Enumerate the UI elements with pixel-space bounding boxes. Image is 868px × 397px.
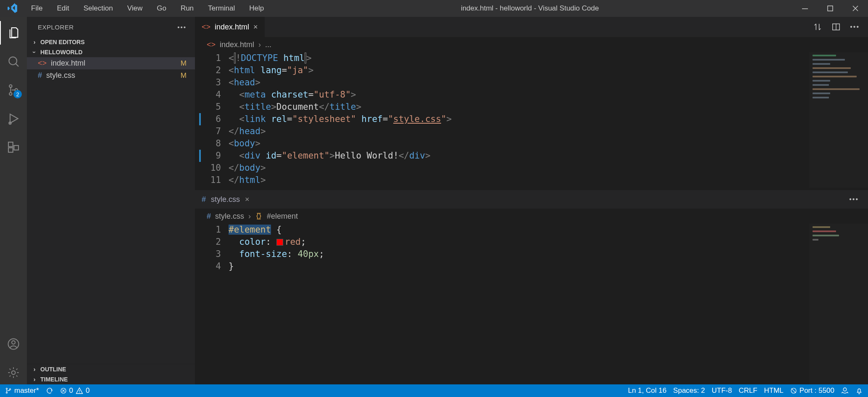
menu-bar: FileEditSelectionViewGoRunTerminalHelp xyxy=(25,3,267,14)
activity-search-icon[interactable] xyxy=(0,50,27,73)
editor2-tabbar: # style.css × ••• xyxy=(195,190,868,209)
vscode-logo-icon xyxy=(0,3,25,14)
menu-go[interactable]: Go xyxy=(153,3,170,14)
chevron-right-icon: › xyxy=(31,376,38,383)
git-status: M xyxy=(181,59,190,68)
outline-label: OUTLINE xyxy=(40,366,66,373)
branch-name: master* xyxy=(14,386,39,395)
scm-badge: 2 xyxy=(13,90,22,98)
svg-rect-7 xyxy=(8,142,13,147)
chevron-right-icon: › xyxy=(31,39,38,45)
section-open-editors[interactable]: › OPEN EDITORS xyxy=(27,37,195,47)
split-editor-icon[interactable] xyxy=(831,22,841,32)
title-bar: FileEditSelectionViewGoRunTerminalHelp i… xyxy=(0,0,868,17)
error-count: 0 xyxy=(69,386,73,395)
explorer-sidebar: EXPLORER ••• › OPEN EDITORS › HELLOWORLD… xyxy=(27,17,195,384)
code-editor-2[interactable]: 1234 #element { color: red; font-size: 4… xyxy=(195,224,868,384)
activity-account-icon[interactable] xyxy=(0,332,27,356)
editor-group: <> index.html × ••• <> index.html › ... … xyxy=(195,17,868,384)
breadcrumb-bar[interactable]: <> index.html › ... xyxy=(195,37,868,52)
activity-extensions-icon[interactable] xyxy=(0,135,27,159)
status-feedback-icon[interactable] xyxy=(841,387,849,394)
window-close-button[interactable] xyxy=(843,0,868,17)
section-outline[interactable]: › OUTLINE xyxy=(27,364,195,374)
file-tree: <>index.htmlM#style.cssM xyxy=(27,57,195,82)
menu-selection[interactable]: Selection xyxy=(80,3,116,14)
file-name: style.css xyxy=(46,71,75,80)
symbol-icon xyxy=(255,212,263,221)
breadcrumb-separator: › xyxy=(248,212,251,221)
menu-file[interactable]: File xyxy=(28,3,46,14)
menu-help[interactable]: Help xyxy=(246,3,267,14)
activity-run-icon[interactable] xyxy=(0,107,27,130)
git-status: M xyxy=(181,71,190,80)
svg-point-20 xyxy=(79,392,80,393)
breadcrumb-file[interactable]: index.html xyxy=(220,40,254,49)
timeline-label: TIMELINE xyxy=(40,376,68,383)
close-icon[interactable]: × xyxy=(253,23,258,32)
compare-changes-icon[interactable] xyxy=(813,22,822,32)
activity-settings-icon[interactable] xyxy=(0,361,27,384)
status-branch[interactable]: master* xyxy=(5,386,39,395)
breadcrumb-symbol[interactable]: #element xyxy=(267,212,298,221)
editor-more-icon[interactable]: ••• xyxy=(849,196,868,203)
minimap[interactable] xyxy=(809,52,868,188)
status-bell-icon[interactable] xyxy=(855,387,863,394)
chevron-right-icon: › xyxy=(31,366,38,373)
menu-view[interactable]: View xyxy=(124,3,146,14)
menu-terminal[interactable]: Terminal xyxy=(205,3,238,14)
svg-point-12 xyxy=(12,371,16,375)
html-file-icon: <> xyxy=(202,23,210,32)
status-eol[interactable]: CRLF xyxy=(739,386,757,395)
editor-more-icon[interactable]: ••• xyxy=(850,23,860,31)
tab-style-css[interactable]: # style.css × xyxy=(195,195,256,204)
editor-tabbar: <> index.html × ••• xyxy=(195,17,868,37)
status-bar: master* 0 0 Ln 1, Col 16 Spaces: 2 UTF-8… xyxy=(0,384,868,397)
sidebar-more-icon[interactable]: ••• xyxy=(177,24,187,31)
status-indent[interactable]: Spaces: 2 xyxy=(673,386,705,395)
chevron-down-icon: › xyxy=(31,49,38,56)
menu-run[interactable]: Run xyxy=(177,3,197,14)
svg-point-4 xyxy=(9,93,12,95)
menu-edit[interactable]: Edit xyxy=(53,3,72,14)
file-row-index-html[interactable]: <>index.htmlM xyxy=(27,57,195,69)
svg-rect-9 xyxy=(14,146,18,150)
folder-label: HELLOWORLD xyxy=(40,49,82,56)
status-liveserver[interactable]: Port : 5500 xyxy=(790,386,834,395)
activity-explorer-icon[interactable] xyxy=(0,21,27,45)
code-editor-1[interactable]: 1234567891011 <!DOCTYPE html><html lang=… xyxy=(195,52,868,188)
svg-point-16 xyxy=(6,392,7,393)
breadcrumb-rest[interactable]: ... xyxy=(265,40,271,49)
breadcrumb-separator: › xyxy=(258,40,261,49)
close-icon[interactable]: × xyxy=(245,195,250,204)
html-file-icon: <> xyxy=(207,40,216,49)
status-problems[interactable]: 0 0 xyxy=(60,386,90,395)
svg-point-3 xyxy=(9,85,12,87)
sidebar-title: EXPLORER xyxy=(38,24,74,31)
svg-point-11 xyxy=(12,341,15,344)
file-name: index.html xyxy=(51,59,85,68)
status-language[interactable]: HTML xyxy=(764,386,784,395)
svg-point-22 xyxy=(843,388,847,391)
css-file-icon: # xyxy=(38,71,42,80)
minimap[interactable] xyxy=(809,224,868,384)
breadcrumb-bar-2[interactable]: # style.css › #element xyxy=(195,209,868,224)
activity-bar: 2 xyxy=(0,17,27,384)
tab-index-html[interactable]: <> index.html × xyxy=(195,17,265,37)
window-maximize-button[interactable] xyxy=(818,0,843,17)
section-folder[interactable]: › HELLOWORLD xyxy=(27,47,195,57)
status-encoding[interactable]: UTF-8 xyxy=(712,386,732,395)
status-sync-icon[interactable] xyxy=(46,387,53,394)
window-minimize-button[interactable] xyxy=(792,0,818,17)
svg-rect-8 xyxy=(8,148,13,152)
svg-rect-1 xyxy=(828,6,833,11)
css-file-icon: # xyxy=(202,195,206,204)
svg-point-15 xyxy=(6,388,7,389)
activity-source-control-icon[interactable]: 2 xyxy=(0,78,27,102)
file-row-style-css[interactable]: #style.cssM xyxy=(27,69,195,82)
breadcrumb-file[interactable]: style.css xyxy=(215,212,244,221)
html-file-icon: <> xyxy=(38,59,47,68)
status-cursor[interactable]: Ln 1, Col 16 xyxy=(628,386,667,395)
section-timeline[interactable]: › TIMELINE xyxy=(27,374,195,384)
warning-count: 0 xyxy=(86,386,89,395)
